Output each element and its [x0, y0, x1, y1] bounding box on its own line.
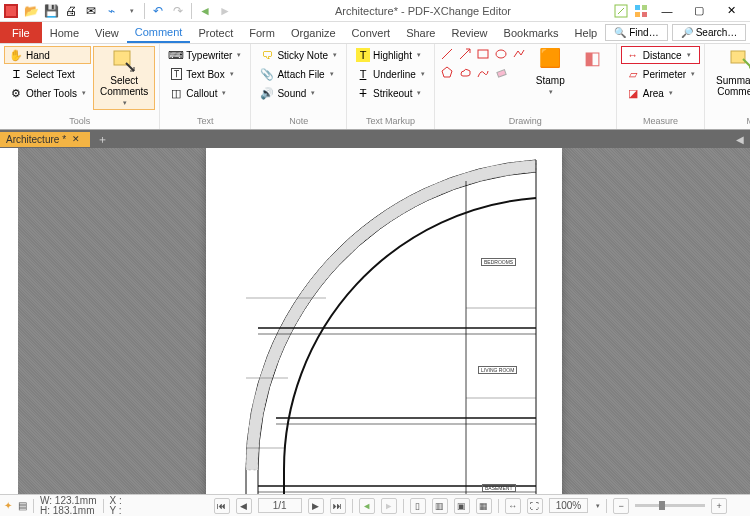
hand-icon: ✋	[9, 48, 23, 62]
stamp-icon: 🟧	[538, 49, 562, 73]
layout-twocont-button[interactable]: ▦	[476, 498, 492, 514]
prev-page-button[interactable]: ◀	[236, 498, 252, 514]
tab-review[interactable]: Review	[443, 22, 495, 43]
find-button[interactable]: 🔍Find…	[605, 24, 667, 41]
cloud-shape[interactable]	[457, 64, 473, 80]
nav-fwd-page-button[interactable]: ►	[381, 498, 397, 514]
polygon-shape[interactable]	[439, 64, 455, 80]
perimeter-button[interactable]: ▱Perimeter▾	[621, 65, 700, 83]
tab-form[interactable]: Form	[241, 22, 283, 43]
oval-shape[interactable]	[493, 46, 509, 62]
first-page-button[interactable]: ⏮	[214, 498, 230, 514]
tab-comment[interactable]: Comment	[127, 22, 191, 43]
svg-rect-7	[114, 51, 130, 65]
perimeter-icon: ▱	[626, 67, 640, 81]
close-button[interactable]: ✕	[716, 1, 746, 21]
fit-width-button[interactable]: ↔	[505, 498, 521, 514]
sound-button[interactable]: 🔊Sound▾	[255, 84, 342, 102]
select-comments-button[interactable]: Select Comments▾	[93, 46, 155, 110]
other-tools-button[interactable]: ⚙Other Tools▾	[4, 84, 91, 102]
scan-icon[interactable]: ⌁	[102, 2, 120, 20]
redo-icon[interactable]: ↷	[169, 2, 187, 20]
tab-share[interactable]: Share	[398, 22, 443, 43]
nav-back-icon[interactable]: ◄	[196, 2, 214, 20]
tab-protect[interactable]: Protect	[190, 22, 241, 43]
attach-file-button[interactable]: 📎Attach File▾	[255, 65, 342, 83]
app-icon	[2, 2, 20, 20]
tab-close-icon[interactable]: ✕	[72, 134, 80, 144]
layout-two-button[interactable]: ▣	[454, 498, 470, 514]
line-shape[interactable]	[439, 46, 455, 62]
find-icon: 🔍	[614, 27, 626, 38]
hand-tool-button[interactable]: ✋Hand	[4, 46, 91, 64]
maximize-button[interactable]: ▢	[684, 1, 714, 21]
ribbon-group-tools: ✋Hand ᏆSelect Text ⚙Other Tools▾ Select …	[0, 44, 160, 129]
nav-back-page-button[interactable]: ◄	[359, 498, 375, 514]
launch-icon[interactable]	[612, 2, 630, 20]
status-dimensions: W: 123.1mm H: 183.1mm	[40, 496, 97, 516]
search-button[interactable]: 🔎Search…	[672, 24, 747, 41]
zoom-value[interactable]: 100%	[549, 498, 589, 513]
sticky-note-button[interactable]: 🗨Sticky Note▾	[255, 46, 342, 64]
tab-help[interactable]: Help	[567, 22, 606, 43]
paperclip-icon: 📎	[260, 67, 274, 81]
save-icon[interactable]: 💾	[42, 2, 60, 20]
area-button[interactable]: ◪Area▾	[621, 84, 700, 102]
minimize-button[interactable]: ―	[652, 1, 682, 21]
rect-shape[interactable]	[475, 46, 491, 62]
highlight-button[interactable]: THighlight▾	[351, 46, 430, 64]
eraser-shape[interactable]	[493, 64, 509, 80]
underline-button[interactable]: TUnderline▾	[351, 65, 430, 83]
sidebar-toggle-button[interactable]: ◀	[736, 134, 750, 145]
text-box-button[interactable]: 🅃Text Box▾	[164, 65, 246, 83]
document-viewport[interactable]: BEDROOMS LIVING ROOM BASEMENT	[0, 148, 750, 494]
arrow-shape[interactable]	[457, 46, 473, 62]
tab-bookmarks[interactable]: Bookmarks	[496, 22, 567, 43]
print-icon[interactable]: 🖨	[62, 2, 80, 20]
stamp-button[interactable]: 🟧Stamp▾	[529, 46, 572, 99]
undo-icon[interactable]: ↶	[149, 2, 167, 20]
strikeout-button[interactable]: TStrikeout▾	[351, 84, 430, 102]
fit-page-button[interactable]: ⛶	[527, 498, 543, 514]
ribbon-group-measure: ↔Distance▾ ▱Perimeter▾ ◪Area▾ Measure	[617, 44, 705, 129]
pencil-shape[interactable]	[475, 64, 491, 80]
document-tab[interactable]: Architecture *✕	[0, 132, 90, 147]
page-indicator[interactable]: 1/1	[258, 498, 302, 513]
email-icon[interactable]: ✉	[82, 2, 100, 20]
group-label-measure: Measure	[621, 115, 700, 127]
polyline-shape[interactable]	[511, 46, 527, 62]
callout-button[interactable]: ◫Callout▾	[164, 84, 246, 102]
layout-single-button[interactable]: ▯	[410, 498, 426, 514]
options-icon[interactable]: ✦	[4, 500, 12, 511]
qat-dropdown-icon[interactable]: ▾	[122, 2, 140, 20]
select-text-button[interactable]: ᏆSelect Text	[4, 65, 91, 83]
stamp-label: Stamp	[536, 75, 565, 86]
ribbon-group-text: ⌨Typewriter▾ 🅃Text Box▾ ◫Callout▾ Text	[160, 44, 251, 129]
zoom-slider[interactable]	[635, 504, 705, 507]
tab-home[interactable]: Home	[42, 22, 87, 43]
summarize-icon	[729, 49, 750, 73]
distance-button[interactable]: ↔Distance▾	[621, 46, 700, 64]
typewriter-button[interactable]: ⌨Typewriter▾	[164, 46, 246, 64]
layers-icon[interactable]: ▤	[18, 500, 27, 511]
last-page-button[interactable]: ⏭	[330, 498, 346, 514]
next-page-button[interactable]: ▶	[308, 498, 324, 514]
tab-view[interactable]: View	[87, 22, 127, 43]
tab-organize[interactable]: Organize	[283, 22, 344, 43]
tab-convert[interactable]: Convert	[344, 22, 399, 43]
add-tab-button[interactable]: ＋	[94, 131, 110, 147]
eraser-button[interactable]: ◧	[574, 46, 612, 76]
open-icon[interactable]: 📂	[22, 2, 40, 20]
select-comments-label: Select Comments	[100, 75, 148, 97]
ui-options-icon[interactable]	[632, 2, 650, 20]
group-label-manage: Manage Comments	[709, 115, 750, 127]
zoom-out-button[interactable]: −	[613, 498, 629, 514]
file-menu-button[interactable]: File	[0, 22, 42, 43]
nav-forward-icon[interactable]: ►	[216, 2, 234, 20]
layout-cont-button[interactable]: ▥	[432, 498, 448, 514]
svg-rect-5	[635, 12, 640, 17]
group-label-text: Text	[164, 115, 246, 127]
summarize-button[interactable]: Summarize Comments	[709, 46, 750, 100]
zoom-in-button[interactable]: +	[711, 498, 727, 514]
typewriter-icon: ⌨	[169, 48, 183, 62]
